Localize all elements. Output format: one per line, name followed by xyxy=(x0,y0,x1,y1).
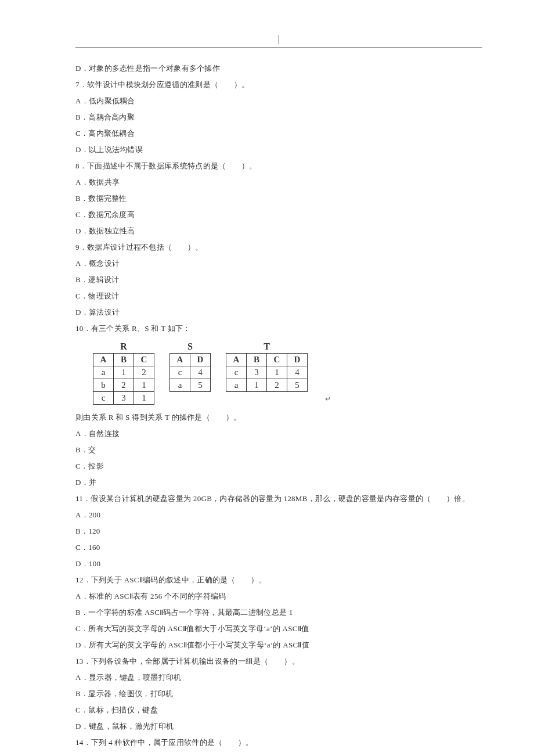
table-cell: 4 xyxy=(287,366,308,379)
text-line: D．100 xyxy=(75,556,482,572)
text-line: A．自然连接 xyxy=(75,426,482,442)
table-cell: c xyxy=(93,392,114,405)
text-line: A．200 xyxy=(75,507,482,523)
table-cell: c xyxy=(226,366,247,379)
text-line: D．键盘，鼠标，激光打印机 xyxy=(75,718,482,735)
text-line: 10．有三个关系 R、S 和 T 如下： xyxy=(75,321,482,337)
text-line: D．算法设计 xyxy=(75,304,482,321)
document-page: D．对象的多态性是指一个对象有多个操作 7．软件设计中模块划分应遵循的准则是（ … xyxy=(0,0,534,756)
table-cell: b xyxy=(93,379,114,392)
table-cell: a xyxy=(226,379,247,392)
text-line: B．交 xyxy=(75,442,482,458)
table-cell: 3 xyxy=(247,366,267,379)
relation-R: R A B C a 1 2 b 2 1 xyxy=(93,341,154,405)
table-cell: 5 xyxy=(190,379,211,392)
table-cell: 1 xyxy=(267,366,287,379)
table-cell: 5 xyxy=(287,379,308,392)
text-line: A．概念设计 xyxy=(75,255,482,272)
relation-title: R xyxy=(120,341,127,352)
text-line: 9．数据库设计过程不包括（ ）。 xyxy=(75,239,482,255)
text-line: 11．假设某台计算机的硬盘容量为 20GB，内存储器的容量为 128MB，那么，… xyxy=(75,491,482,507)
text-line: D．所有大写的英文字母的 ASCⅡ值都小于小写英文字母‘a’的 ASCⅡ值 xyxy=(75,637,482,653)
paragraph-mark-icon: ↵ xyxy=(323,395,331,405)
table-header: D xyxy=(287,354,308,366)
text-line: 8．下面描述中不属于数据库系统特点的是（ ）。 xyxy=(75,158,482,174)
table-cell: a xyxy=(170,379,190,392)
page-header xyxy=(75,37,482,48)
text-cursor xyxy=(279,35,279,44)
text-line: D．数据独立性高 xyxy=(75,223,482,239)
relation-table: A D c 4 a 5 xyxy=(169,353,211,392)
text-line: A．数据共享 xyxy=(75,174,482,190)
text-line: D．并 xyxy=(75,474,482,491)
table-cell: 2 xyxy=(134,366,154,379)
text-line: B．高耦合高内聚 xyxy=(75,109,482,125)
table-header: A xyxy=(170,354,190,366)
text-line: 13．下列各设备中，全部属于计算机输出设备的一组是（ ）。 xyxy=(75,653,482,669)
text-line: 12．下列关于 ASCⅡ编码的叙述中，正确的是（ ）。 xyxy=(75,572,482,588)
table-cell: c xyxy=(170,366,190,379)
table-header: C xyxy=(134,354,154,366)
table-header: D xyxy=(190,354,211,366)
relations-figure: R A B C a 1 2 b 2 1 xyxy=(93,341,482,405)
text-line: B．显示器，绘图仪，打印机 xyxy=(75,686,482,702)
table-cell: 1 xyxy=(247,379,267,392)
text-line: B．120 xyxy=(75,523,482,539)
text-line: B．逻辑设计 xyxy=(75,272,482,288)
text-line: 则由关系 R 和 S 得到关系 T 的操作是（ ）。 xyxy=(75,409,482,426)
text-line: C．所有大写的英文字母的 ASCⅡ值都大于小写英文字母‘a’的 ASCⅡ值 xyxy=(75,621,482,637)
text-line: A．低内聚低耦合 xyxy=(75,93,482,109)
table-cell: 1 xyxy=(114,366,134,379)
table-header: B xyxy=(247,354,267,366)
text-line: C．鼠标，扫描仪，键盘 xyxy=(75,702,482,718)
table-cell: a xyxy=(93,366,114,379)
table-header: A xyxy=(226,354,247,366)
text-line: 7．软件设计中模块划分应遵循的准则是（ ）。 xyxy=(75,77,482,93)
table-cell: 1 xyxy=(134,379,154,392)
text-line: D．以上说法均错误 xyxy=(75,142,482,158)
text-line: C．投影 xyxy=(75,458,482,474)
relation-table: A B C a 1 2 b 2 1 c xyxy=(93,353,154,405)
relation-table: A B C D c 3 1 4 a 1 2 5 xyxy=(226,353,308,392)
text-line: C．高内聚低耦合 xyxy=(75,125,482,142)
table-cell: 1 xyxy=(134,392,154,405)
table-cell: 2 xyxy=(114,379,134,392)
text-line: 14．下列 4 种软件中，属于应用软件的是（ ）。 xyxy=(75,735,482,751)
table-cell: 2 xyxy=(267,379,287,392)
text-line: B．数据完整性 xyxy=(75,190,482,207)
table-header: C xyxy=(267,354,287,366)
text-line: C．物理设计 xyxy=(75,288,482,304)
text-line: D．对象的多态性是指一个对象有多个操作 xyxy=(75,60,482,77)
text-line: B．一个字符的标准 ASCⅡ码占一个字符，其最高二进制位总是 1 xyxy=(75,604,482,621)
table-cell: 3 xyxy=(114,392,134,405)
header-rule xyxy=(75,47,482,48)
text-line: A．显示器，键盘，喷墨打印机 xyxy=(75,669,482,686)
relation-S: S A D c 4 a 5 xyxy=(169,341,211,392)
table-header: B xyxy=(114,354,134,366)
relation-T: T A B C D c 3 1 4 a xyxy=(226,341,308,392)
table-cell: 4 xyxy=(190,366,211,379)
relation-title: T xyxy=(264,341,270,352)
text-line: C．数据冗余度高 xyxy=(75,207,482,223)
text-line: C．160 xyxy=(75,539,482,556)
text-line: A．标准的 ASCⅡ表有 256 个不同的字符编码 xyxy=(75,588,482,604)
table-header: A xyxy=(93,354,114,366)
relation-title: S xyxy=(187,341,193,352)
